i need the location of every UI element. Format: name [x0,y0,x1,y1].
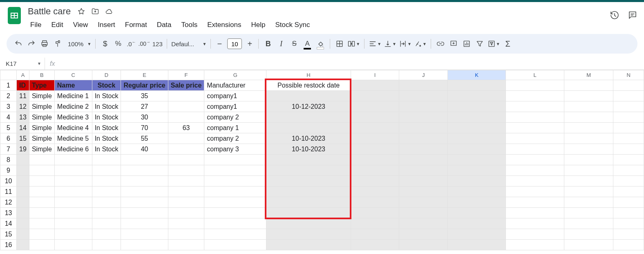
spreadsheet-grid[interactable]: ABCDEFGHIJKLMN1IDTypeNameStockRegular pr… [0,70,644,250]
cell[interactable] [351,208,399,218]
cell[interactable]: Simple [29,133,54,144]
cell[interactable] [564,229,613,240]
strikethrough-button[interactable]: S [288,37,300,50]
cell[interactable] [447,176,506,187]
cell[interactable]: company 2 [204,112,266,123]
cell[interactable]: In Stock [92,91,121,101]
cell[interactable] [17,176,29,187]
cell[interactable] [351,144,399,155]
cell[interactable] [613,208,644,218]
cell[interactable] [447,187,506,197]
menu-data[interactable]: Data [153,19,176,31]
cell[interactable] [506,91,564,101]
cell[interactable] [92,240,121,250]
column-header-J[interactable]: J [399,70,448,80]
cell[interactable] [168,165,204,176]
cell[interactable] [613,91,644,101]
redo-button[interactable] [25,37,38,50]
cell[interactable] [121,187,168,197]
row-header-7[interactable]: 7 [0,144,17,155]
column-header-L[interactable]: L [506,70,564,80]
cell[interactable]: company1 [204,91,266,101]
cell[interactable] [204,208,266,218]
cell[interactable] [564,80,613,91]
cell[interactable] [613,176,644,187]
cell[interactable]: Medicine 3 [54,112,92,123]
cell[interactable] [351,112,399,123]
cell[interactable] [564,101,613,112]
cell[interactable] [204,165,266,176]
cell[interactable]: Manufacturer [204,80,266,91]
cell[interactable] [506,123,564,133]
cell[interactable] [447,123,506,133]
menu-file[interactable]: File [26,19,45,31]
text-color-button[interactable]: A [301,37,313,50]
cell[interactable]: 30 [121,112,168,123]
cell[interactable] [506,165,564,176]
fontsize-input[interactable] [227,38,242,49]
cell[interactable] [54,176,92,187]
cell[interactable] [399,165,448,176]
cell[interactable] [351,123,399,133]
format-currency-button[interactable]: $ [99,37,111,50]
cell[interactable] [399,187,448,197]
functions-button[interactable]: Σ [502,37,514,50]
cell[interactable] [17,218,29,229]
paint-format-button[interactable] [51,37,64,50]
cell[interactable] [613,155,644,165]
cell[interactable] [564,218,613,229]
cell[interactable] [399,91,448,101]
cell[interactable]: Sale price [168,80,204,91]
row-header-13[interactable]: 13 [0,208,17,218]
cell[interactable] [506,176,564,187]
cell[interactable]: 11 [17,91,29,101]
cell[interactable] [168,91,204,101]
cell[interactable] [613,133,644,144]
history-icon[interactable] [610,10,619,20]
cell[interactable] [29,155,54,165]
vertical-align-button[interactable]: ▼ [383,37,397,50]
cell[interactable] [399,80,448,91]
cell[interactable] [447,80,506,91]
cell[interactable]: 10-12-2023 [266,101,351,112]
cell[interactable] [351,155,399,165]
cell[interactable] [29,165,54,176]
cell[interactable]: Simple [29,101,54,112]
cell[interactable] [266,187,351,197]
sheets-logo[interactable] [7,5,22,26]
more-formats-button[interactable]: 123 [151,37,163,50]
cell[interactable]: 13 [17,112,29,123]
cell[interactable] [399,229,448,240]
row-header-1[interactable]: 1 [0,80,17,91]
cell[interactable]: ID [17,80,29,91]
cell[interactable] [266,218,351,229]
cell[interactable]: Name [54,80,92,91]
cell[interactable] [564,133,613,144]
cell[interactable]: 15 [17,133,29,144]
text-wrap-button[interactable]: ▼ [398,37,412,50]
cell[interactable] [447,91,506,101]
cell[interactable]: 70 [121,123,168,133]
cloud-status-icon[interactable] [105,7,113,16]
borders-button[interactable] [333,37,346,50]
print-button[interactable] [38,37,51,50]
row-header-3[interactable]: 3 [0,101,17,112]
cell[interactable] [447,218,506,229]
cell[interactable]: Medicine 6 [54,144,92,155]
cell[interactable] [121,240,168,250]
cell[interactable] [168,208,204,218]
cell[interactable] [399,101,448,112]
cell[interactable] [506,80,564,91]
cell[interactable] [564,155,613,165]
cell[interactable] [92,229,121,240]
cell[interactable]: Medicine 4 [54,123,92,133]
cell[interactable] [506,144,564,155]
cell[interactable]: 63 [168,123,204,133]
move-icon[interactable] [91,7,99,16]
cell[interactable] [351,91,399,101]
cell[interactable] [266,208,351,218]
cell[interactable] [168,197,204,208]
cell[interactable] [506,112,564,123]
cell[interactable] [54,240,92,250]
cell[interactable] [447,144,506,155]
